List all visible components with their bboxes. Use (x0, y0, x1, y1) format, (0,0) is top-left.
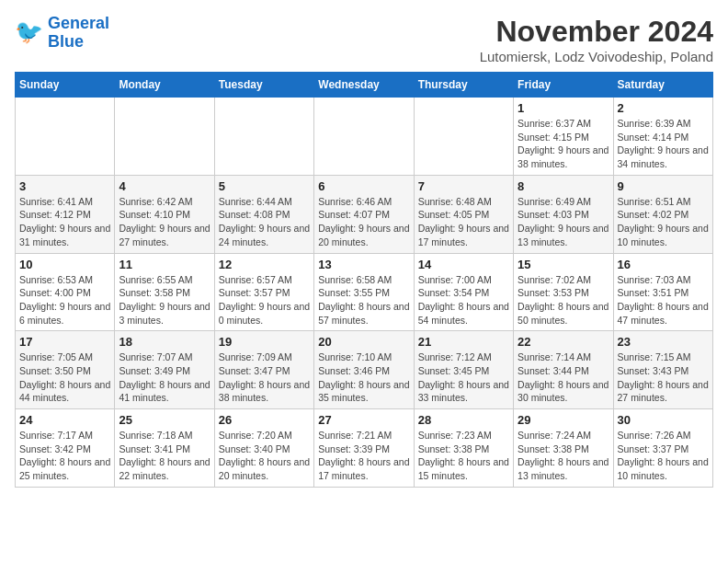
day-number: 15 (518, 258, 609, 271)
day-info: Sunrise: 7:10 AM Sunset: 3:46 PM Dayligh… (318, 350, 409, 405)
day-number: 14 (418, 258, 509, 271)
calendar-cell: 20Sunrise: 7:10 AM Sunset: 3:46 PM Dayli… (314, 331, 414, 409)
day-info: Sunrise: 6:51 AM Sunset: 4:02 PM Dayligh… (618, 195, 709, 249)
day-number: 9 (618, 179, 709, 193)
day-info: Sunrise: 7:12 AM Sunset: 3:45 PM Dayligh… (418, 350, 509, 405)
calendar-week-1: 1Sunrise: 6:37 AM Sunset: 4:15 PM Daylig… (16, 98, 713, 176)
calendar-cell: 16Sunrise: 7:03 AM Sunset: 3:51 PM Dayli… (613, 253, 712, 331)
day-number: 18 (119, 335, 210, 349)
day-number: 3 (19, 179, 110, 193)
calendar-cell: 11Sunrise: 6:55 AM Sunset: 3:58 PM Dayli… (115, 253, 214, 331)
day-number: 10 (19, 258, 110, 271)
day-number: 1 (518, 101, 609, 115)
weekday-header-wednesday: Wednesday (314, 73, 414, 98)
day-number: 22 (518, 335, 609, 349)
day-number: 19 (219, 335, 310, 349)
day-number: 27 (318, 413, 409, 427)
day-number: 28 (418, 413, 509, 427)
calendar-cell (16, 98, 115, 176)
calendar-cell (414, 98, 513, 176)
day-info: Sunrise: 6:46 AM Sunset: 4:07 PM Dayligh… (318, 195, 409, 249)
day-info: Sunrise: 7:09 AM Sunset: 3:47 PM Dayligh… (219, 350, 310, 405)
calendar-cell: 17Sunrise: 7:05 AM Sunset: 3:50 PM Dayli… (16, 331, 115, 409)
day-info: Sunrise: 6:42 AM Sunset: 4:10 PM Dayligh… (119, 195, 210, 249)
day-number: 2 (618, 101, 709, 115)
day-info: Sunrise: 6:41 AM Sunset: 4:12 PM Dayligh… (19, 195, 110, 249)
day-number: 24 (19, 413, 110, 427)
calendar-cell: 15Sunrise: 7:02 AM Sunset: 3:53 PM Dayli… (514, 253, 613, 331)
day-info: Sunrise: 7:02 AM Sunset: 3:53 PM Dayligh… (518, 273, 609, 327)
day-info: Sunrise: 7:23 AM Sunset: 3:38 PM Dayligh… (418, 429, 509, 483)
logo-text: General Blue (48, 15, 109, 52)
month-title: November 2024 (480, 15, 713, 49)
calendar-cell: 7Sunrise: 6:48 AM Sunset: 4:05 PM Daylig… (414, 175, 513, 253)
day-number: 5 (219, 179, 310, 193)
day-info: Sunrise: 7:05 AM Sunset: 3:50 PM Dayligh… (19, 350, 110, 405)
day-info: Sunrise: 7:03 AM Sunset: 3:51 PM Dayligh… (618, 273, 709, 327)
calendar-cell: 24Sunrise: 7:17 AM Sunset: 3:42 PM Dayli… (16, 409, 115, 488)
weekday-header-friday: Friday (514, 73, 613, 98)
day-number: 4 (119, 179, 210, 193)
calendar-week-2: 3Sunrise: 6:41 AM Sunset: 4:12 PM Daylig… (16, 175, 713, 253)
calendar-cell (214, 98, 313, 176)
calendar-cell: 2Sunrise: 6:39 AM Sunset: 4:14 PM Daylig… (613, 98, 712, 176)
weekday-header-thursday: Thursday (414, 73, 513, 98)
calendar-cell: 1Sunrise: 6:37 AM Sunset: 4:15 PM Daylig… (514, 98, 613, 176)
day-info: Sunrise: 6:57 AM Sunset: 3:57 PM Dayligh… (219, 273, 310, 327)
day-number: 26 (219, 413, 310, 427)
calendar-cell: 3Sunrise: 6:41 AM Sunset: 4:12 PM Daylig… (16, 175, 115, 253)
calendar-cell: 14Sunrise: 7:00 AM Sunset: 3:54 PM Dayli… (414, 253, 513, 331)
calendar-week-5: 24Sunrise: 7:17 AM Sunset: 3:42 PM Dayli… (16, 409, 713, 488)
calendar-cell: 6Sunrise: 6:46 AM Sunset: 4:07 PM Daylig… (314, 175, 414, 253)
calendar-week-3: 10Sunrise: 6:53 AM Sunset: 4:00 PM Dayli… (16, 253, 713, 331)
day-number: 25 (119, 413, 210, 427)
day-number: 6 (318, 179, 409, 193)
day-number: 30 (618, 413, 709, 427)
day-info: Sunrise: 6:55 AM Sunset: 3:58 PM Dayligh… (119, 273, 210, 327)
logo-icon: 🐦 (15, 18, 44, 48)
calendar-cell (314, 98, 414, 176)
day-number: 8 (518, 179, 609, 193)
calendar-week-4: 17Sunrise: 7:05 AM Sunset: 3:50 PM Dayli… (16, 331, 713, 409)
logo-blue: Blue (48, 32, 84, 51)
day-info: Sunrise: 6:37 AM Sunset: 4:15 PM Dayligh… (518, 117, 609, 171)
location-subtitle: Lutomiersk, Lodz Voivodeship, Poland (480, 49, 713, 64)
calendar-cell: 5Sunrise: 6:44 AM Sunset: 4:08 PM Daylig… (214, 175, 313, 253)
day-info: Sunrise: 7:14 AM Sunset: 3:44 PM Dayligh… (518, 350, 609, 405)
weekday-header-saturday: Saturday (613, 73, 712, 98)
calendar-cell: 22Sunrise: 7:14 AM Sunset: 3:44 PM Dayli… (514, 331, 613, 409)
calendar-cell: 18Sunrise: 7:07 AM Sunset: 3:49 PM Dayli… (115, 331, 214, 409)
day-info: Sunrise: 7:20 AM Sunset: 3:40 PM Dayligh… (219, 429, 310, 483)
calendar-cell: 10Sunrise: 6:53 AM Sunset: 4:00 PM Dayli… (16, 253, 115, 331)
logo: 🐦 General Blue (15, 15, 109, 52)
day-info: Sunrise: 6:58 AM Sunset: 3:55 PM Dayligh… (318, 273, 409, 327)
calendar-cell: 30Sunrise: 7:26 AM Sunset: 3:37 PM Dayli… (613, 409, 712, 488)
weekday-header-sunday: Sunday (16, 73, 115, 98)
calendar-cell (115, 98, 214, 176)
day-number: 21 (418, 335, 509, 349)
calendar-cell: 23Sunrise: 7:15 AM Sunset: 3:43 PM Dayli… (613, 331, 712, 409)
calendar-cell: 28Sunrise: 7:23 AM Sunset: 3:38 PM Dayli… (414, 409, 513, 488)
calendar-cell: 8Sunrise: 6:49 AM Sunset: 4:03 PM Daylig… (514, 175, 613, 253)
calendar-cell: 19Sunrise: 7:09 AM Sunset: 3:47 PM Dayli… (214, 331, 313, 409)
weekday-header-tuesday: Tuesday (214, 73, 313, 98)
day-info: Sunrise: 6:44 AM Sunset: 4:08 PM Dayligh… (219, 195, 310, 249)
day-number: 17 (19, 335, 110, 349)
day-number: 29 (518, 413, 609, 427)
calendar-cell: 13Sunrise: 6:58 AM Sunset: 3:55 PM Dayli… (314, 253, 414, 331)
day-info: Sunrise: 7:07 AM Sunset: 3:49 PM Dayligh… (119, 350, 210, 405)
day-number: 20 (318, 335, 409, 349)
svg-text:🐦: 🐦 (15, 18, 44, 46)
day-number: 13 (318, 258, 409, 271)
day-info: Sunrise: 6:39 AM Sunset: 4:14 PM Dayligh… (618, 117, 709, 171)
calendar-cell: 27Sunrise: 7:21 AM Sunset: 3:39 PM Dayli… (314, 409, 414, 488)
day-number: 16 (618, 258, 709, 271)
calendar-cell: 25Sunrise: 7:18 AM Sunset: 3:41 PM Dayli… (115, 409, 214, 488)
calendar-cell: 12Sunrise: 6:57 AM Sunset: 3:57 PM Dayli… (214, 253, 313, 331)
day-info: Sunrise: 7:26 AM Sunset: 3:37 PM Dayligh… (618, 429, 709, 483)
calendar-cell: 21Sunrise: 7:12 AM Sunset: 3:45 PM Dayli… (414, 331, 513, 409)
day-info: Sunrise: 7:21 AM Sunset: 3:39 PM Dayligh… (318, 429, 409, 483)
calendar-cell: 29Sunrise: 7:24 AM Sunset: 3:38 PM Dayli… (514, 409, 613, 488)
day-number: 7 (418, 179, 509, 193)
day-info: Sunrise: 6:48 AM Sunset: 4:05 PM Dayligh… (418, 195, 509, 249)
